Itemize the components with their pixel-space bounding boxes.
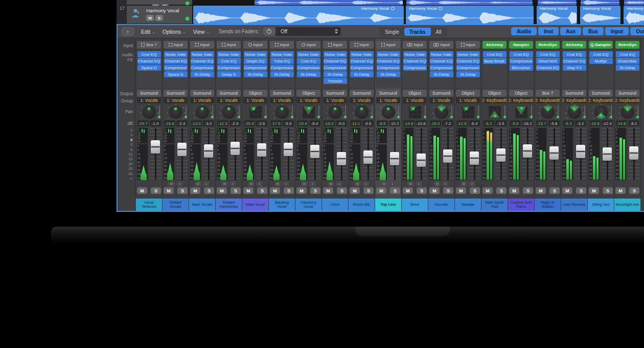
audio-region[interactable]: Harmony Vocal <box>537 6 577 24</box>
pan-knob[interactable] <box>355 105 369 119</box>
fx-plugin-slot[interactable]: Space D <box>164 71 188 77</box>
filter-aux[interactable]: Aux <box>560 27 581 35</box>
group-slot[interactable]: 1: Vocals <box>376 97 400 103</box>
fx-plugin-slot[interactable]: St-Delay <box>616 64 639 71</box>
mute-button[interactable]: M <box>137 187 147 194</box>
fx-plugin-slot[interactable]: Noise Gate <box>217 51 241 57</box>
fader-volume-display[interactable]: -8.4 <box>309 120 320 126</box>
fx-plugin-slot[interactable]: Noise Gate <box>191 51 214 57</box>
solo-button[interactable]: S <box>603 187 613 194</box>
instrument-slot[interactable]: Alchemy <box>562 41 586 49</box>
input-slot[interactable]: Input <box>429 41 453 49</box>
fx-plugin-slot[interactable]: Compressor <box>403 64 427 71</box>
fader-cap[interactable] <box>337 152 346 165</box>
input-monitor-button[interactable]: I <box>256 181 263 186</box>
group-slot[interactable]: 2: Keyboards <box>509 97 533 103</box>
output-slot[interactable]: Surround <box>350 90 374 97</box>
send-level-slider[interactable] <box>423 105 427 119</box>
solo-button[interactable]: S <box>576 187 586 194</box>
input-monitor-button[interactable]: I <box>229 181 236 186</box>
group-slot[interactable]: 1: Vocals <box>190 97 214 103</box>
fader-cap[interactable] <box>390 152 399 165</box>
mute-button[interactable]: M <box>270 187 280 194</box>
sends-on-faders-popup[interactable]: Off <box>263 27 341 36</box>
input-monitor-button[interactable]: I <box>442 181 449 186</box>
solo-button[interactable]: S <box>443 187 453 194</box>
record-enable-button[interactable]: R <box>407 181 414 186</box>
fader-volume-display[interactable]: -9.6 <box>362 120 374 126</box>
mute-button[interactable]: M <box>509 187 519 194</box>
fader-cap[interactable] <box>177 143 187 156</box>
record-enable-button[interactable]: R <box>248 181 255 186</box>
record-enable-button[interactable]: R <box>195 181 201 186</box>
channel-name[interactable]: Backing Vocal <box>269 199 295 211</box>
record-enable-button[interactable]: R <box>301 181 308 186</box>
peak-level-display[interactable]: -14.6 <box>403 120 415 126</box>
send-level-slider[interactable] <box>237 105 241 119</box>
menu-edit[interactable]: Edit⌄ <box>141 29 155 35</box>
fader-volume-display[interactable]: -2.6 <box>256 120 267 126</box>
record-enable-button[interactable]: R <box>354 181 361 186</box>
fx-plugin-slot[interactable]: Ensemble <box>616 58 639 64</box>
fx-plugin-slot[interactable]: Channel EQ <box>536 64 560 71</box>
mute-button[interactable]: M <box>164 187 174 194</box>
menu-options[interactable]: Options⌄ <box>163 29 186 35</box>
group-slot[interactable]: 1: Vocals <box>243 97 267 103</box>
send-level-slider[interactable] <box>397 105 400 119</box>
input-monitor-button[interactable]: I <box>203 181 210 186</box>
record-enable-button[interactable]: R <box>274 181 281 186</box>
audio-region-upper[interactable] <box>581 0 619 5</box>
group-slot[interactable]: 2: Keyboards <box>589 97 613 103</box>
fx-plugin-slot[interactable]: Compressor <box>324 64 347 71</box>
solo-button[interactable]: S <box>496 187 507 194</box>
fx-plugin-slot[interactable]: Compressor <box>297 64 320 71</box>
fx-plugin-slot[interactable]: Compressor <box>456 64 480 71</box>
fader-cap[interactable] <box>603 147 612 161</box>
object-pan-pad[interactable] <box>408 105 422 119</box>
stepper-icon[interactable] <box>335 29 338 34</box>
record-enable-button[interactable]: R <box>461 181 467 186</box>
mute-button[interactable]: M <box>323 187 333 194</box>
fader-volume-display[interactable]: -1.0 <box>150 120 161 126</box>
pan-knob[interactable] <box>621 105 634 119</box>
input-slot[interactable]: Input <box>270 41 294 49</box>
fx-plugin-slot[interactable]: Compressor <box>164 64 188 71</box>
fx-plugin-slot[interactable]: Compressor <box>191 64 214 71</box>
pan-knob[interactable] <box>382 105 395 119</box>
output-slot[interactable]: Surround <box>217 90 241 97</box>
fader-cap[interactable] <box>310 145 319 158</box>
group-slot[interactable]: 1: Vocals <box>429 97 453 103</box>
record-enable-button[interactable]: R <box>221 181 228 186</box>
fader-volume-display[interactable]: -18.2 <box>522 120 533 126</box>
fader-volume-display[interactable]: -3.0 <box>203 120 214 126</box>
volume-fader[interactable] <box>575 128 586 180</box>
pan-knob[interactable] <box>169 105 182 119</box>
output-slot[interactable]: Surround <box>190 90 214 97</box>
pan-knob[interactable] <box>222 105 236 119</box>
output-slot[interactable]: Surround <box>615 90 639 97</box>
input-monitor-button[interactable]: I <box>389 181 396 186</box>
fx-plugin-slot[interactable]: Cnsl EQ <box>483 51 507 57</box>
solo-button[interactable]: S <box>310 187 320 194</box>
audio-region[interactable]: Harmony Vocal <box>193 6 404 24</box>
record-enable-button[interactable]: R <box>328 181 334 186</box>
mute-button[interactable]: M <box>243 187 254 194</box>
instrument-slot[interactable]: Q-Sampler <box>589 41 613 49</box>
fx-plugin-slot[interactable]: St-Delay <box>324 71 347 77</box>
volume-fader[interactable] <box>548 128 560 180</box>
send-level-slider[interactable] <box>556 105 560 119</box>
fader-cap[interactable] <box>231 142 240 155</box>
group-slot[interactable]: 1: Vocals <box>164 97 188 103</box>
fader-volume-display[interactable]: -10.2 <box>389 120 400 126</box>
output-slot[interactable]: Bus 7 <box>536 90 560 97</box>
peak-level-display[interactable]: -12.5 <box>456 120 468 126</box>
group-slot[interactable]: 2: Keyboards <box>482 97 507 103</box>
input-monitor-button[interactable]: I <box>336 181 342 186</box>
instrument-slot[interactable]: Alchemy <box>482 41 507 49</box>
input-slot[interactable]: Input <box>243 41 267 49</box>
peak-level-display[interactable]: -15.7 <box>536 120 547 126</box>
volume-fader[interactable] <box>256 128 267 180</box>
peak-level-display[interactable]: -16.0 <box>324 120 335 126</box>
send-level-slider[interactable] <box>609 105 613 119</box>
fx-plugin-slot[interactable]: Channel EQ <box>164 58 188 64</box>
